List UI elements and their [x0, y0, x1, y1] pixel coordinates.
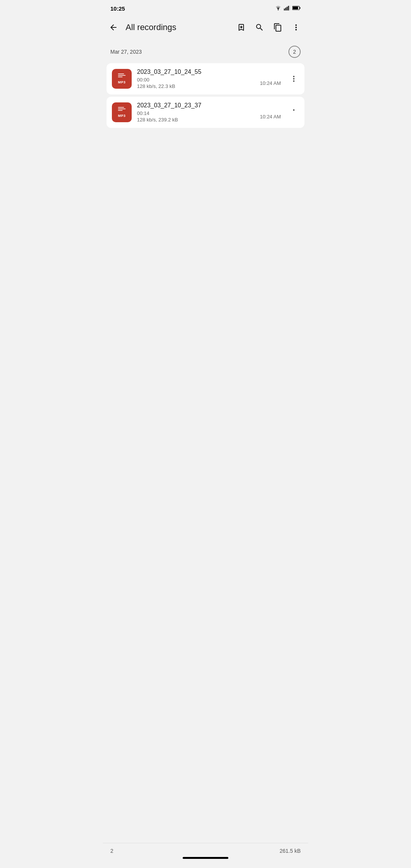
wifi-icon [275, 5, 282, 12]
recording-duration: 00:00 [137, 77, 175, 83]
date-header: Mar 27, 2023 2 [103, 40, 308, 61]
copy-button[interactable] [269, 18, 287, 37]
mp3-icon [118, 73, 126, 80]
more-options-button[interactable] [287, 18, 305, 37]
recording-name: 2023_03_27_10_23_37 [137, 102, 281, 109]
search-button[interactable] [250, 18, 269, 37]
recording-time: 10:24 AM [260, 114, 281, 120]
recordings-list: Mar 27, 2023 2 MP3 2023_03_27_10_24_55 0… [103, 40, 308, 128]
recording-time: 10:24 AM [260, 80, 281, 86]
recording-meta: 00:14 128 kb/s, 239.2 kB 10:24 AM [137, 110, 281, 123]
recording-more-button[interactable] [286, 71, 301, 86]
format-label: MP3 [118, 80, 126, 84]
recording-duration: 00:14 [137, 110, 178, 116]
battery-icon [292, 5, 301, 11]
status-time: 10:25 [110, 5, 125, 12]
count-badge: 2 [288, 46, 301, 58]
back-button[interactable] [104, 18, 123, 37]
svg-rect-2 [285, 8, 286, 10]
svg-rect-5 [289, 5, 290, 10]
date-label: Mar 27, 2023 [110, 49, 142, 55]
recording-info: 2023_03_27_10_23_37 00:14 128 kb/s, 239.… [137, 102, 281, 123]
svg-point-0 [278, 10, 279, 10]
signal-icon [284, 5, 290, 12]
svg-rect-3 [287, 6, 287, 10]
svg-rect-1 [284, 8, 285, 10]
recording-more-button[interactable] [286, 105, 301, 120]
recording-thumbnail: MP3 [112, 69, 132, 89]
format-label: MP3 [118, 114, 126, 118]
status-icons [275, 5, 301, 12]
app-bar: All recordings [103, 15, 308, 40]
recording-item[interactable]: MP3 2023_03_27_10_24_55 00:00 128 kb/s, … [107, 63, 304, 94]
mp3-icon [118, 107, 126, 113]
bookmark-icon[interactable] [232, 18, 250, 37]
svg-rect-4 [288, 6, 289, 10]
recording-thumbnail: MP3 [112, 102, 132, 122]
app-bar-actions [232, 18, 305, 37]
status-bar: 10:25 [103, 0, 308, 15]
svg-rect-8 [293, 6, 298, 9]
recording-bitrate: 128 kb/s, 22.3 kB [137, 83, 175, 89]
recording-info: 2023_03_27_10_24_55 00:00 128 kb/s, 22.3… [137, 69, 281, 89]
svg-rect-7 [299, 7, 300, 9]
recording-name: 2023_03_27_10_24_55 [137, 69, 281, 75]
recording-item[interactable]: MP3 2023_03_27_10_23_37 00:14 128 kb/s, … [107, 97, 304, 128]
recording-meta: 00:00 128 kb/s, 22.3 kB 10:24 AM [137, 77, 281, 89]
page-title: All recordings [124, 22, 231, 32]
recording-bitrate: 128 kb/s, 239.2 kB [137, 117, 178, 123]
